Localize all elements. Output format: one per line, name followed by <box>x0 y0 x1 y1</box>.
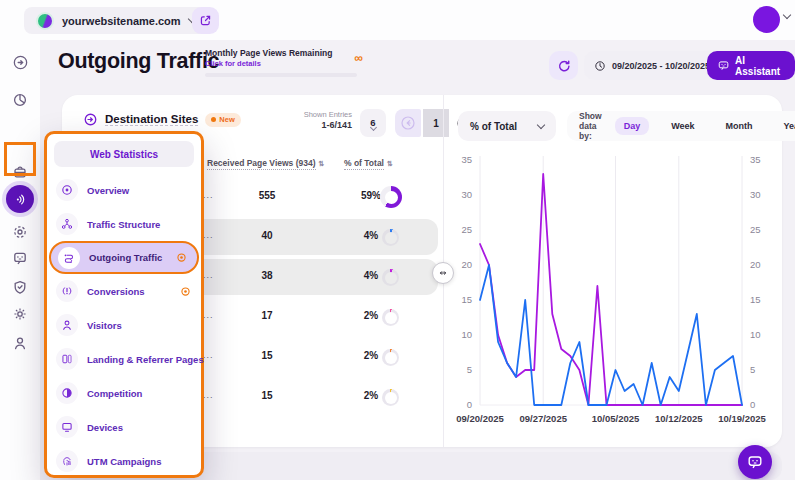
chat-icon <box>718 59 729 72</box>
account-icon[interactable] <box>7 330 33 356</box>
support-chat-button[interactable] <box>738 445 772 479</box>
svg-text:5: 5 <box>467 364 472 375</box>
security-icon[interactable] <box>7 274 33 300</box>
refresh-icon <box>557 59 571 73</box>
feedback-icon[interactable] <box>7 245 33 271</box>
period-day[interactable]: Day <box>615 117 650 135</box>
page-size-select[interactable]: 6 <box>360 109 386 137</box>
page-title: Outgoing Traffic <box>58 49 219 74</box>
landing-pages-icon <box>56 348 78 370</box>
web-statistics-flyout: Web Statistics Overview Traffic Structur… <box>44 131 204 478</box>
menu-item-traffic-structure[interactable]: Traffic Structure <box>47 207 201 241</box>
goals-icon[interactable] <box>7 219 33 245</box>
ai-assistant-button[interactable]: AI Assistant <box>707 51 795 80</box>
new-badge: New <box>205 113 240 127</box>
traffic-line-chart[interactable]: 09/20/202509/27/202510/05/202510/12/2025… <box>450 150 775 440</box>
views-value: 555 <box>227 190 307 201</box>
svg-text:0: 0 <box>750 399 755 410</box>
outgoing-traffic-icon <box>58 247 80 269</box>
svg-text:09/20/2025: 09/20/2025 <box>456 413 504 424</box>
settings-icon[interactable] <box>7 301 33 327</box>
column-header-views[interactable]: Received Page Views (934)⇅ <box>207 158 324 170</box>
current-page[interactable]: 1 <box>423 109 449 137</box>
metric-selector[interactable]: % of Total <box>458 111 556 141</box>
chat-icon <box>747 454 763 470</box>
conversions-icon <box>56 280 78 302</box>
utm-campaigns-icon <box>56 450 78 472</box>
avatar-chevron-icon[interactable] <box>783 11 791 19</box>
panel-resize-handle[interactable] <box>432 262 454 284</box>
svg-text:25: 25 <box>461 224 472 235</box>
svg-text:5: 5 <box>750 364 755 375</box>
website-logo-icon <box>36 12 54 30</box>
competition-icon <box>56 382 78 404</box>
expand-sidebar-button[interactable] <box>7 49 33 75</box>
column-header-pct[interactable]: % of Total⇅ <box>344 158 393 170</box>
svg-text:15: 15 <box>750 294 761 305</box>
website-name: yourwebsitename.com <box>62 15 181 27</box>
donut-ring <box>382 269 399 286</box>
svg-text:15: 15 <box>461 294 472 305</box>
svg-text:20: 20 <box>750 259 761 270</box>
quota-progress-bar <box>205 73 357 77</box>
menu-item-outgoing-traffic[interactable]: Outgoing Traffic <box>49 241 199 274</box>
quota-widget: Monthly Page Views Remaining Click for d… <box>205 48 363 77</box>
products-icon[interactable] <box>7 159 33 185</box>
devices-icon <box>56 416 78 438</box>
svg-text:35: 35 <box>461 154 472 165</box>
traffic-structure-icon <box>56 213 78 235</box>
sort-icon: ⇅ <box>319 160 325 168</box>
prev-page-button[interactable] <box>395 109 421 137</box>
user-avatar[interactable] <box>753 6 780 33</box>
resize-arrows-icon <box>437 267 449 279</box>
quota-details-link[interactable]: Click for details <box>205 59 363 68</box>
open-site-button[interactable] <box>192 7 219 34</box>
infinity-icon: ∞ <box>354 51 363 65</box>
views-value: 38 <box>227 270 307 281</box>
refresh-button[interactable] <box>549 51 578 80</box>
svg-text:10: 10 <box>461 329 472 340</box>
period-month[interactable]: Month <box>717 117 762 135</box>
quota-label: Monthly Page Views Remaining <box>205 48 363 58</box>
website-selector[interactable]: yourwebsitename.com <box>24 7 207 34</box>
period-year[interactable]: Year <box>775 117 795 135</box>
donut-ring <box>382 309 399 326</box>
menu-item-conversions[interactable]: Conversions <box>47 274 201 308</box>
svg-text:35: 35 <box>750 154 761 165</box>
overview-icon <box>56 179 78 201</box>
menu-item-competition[interactable]: Competition <box>47 376 201 410</box>
show-data-by: Show data by: Day Week Month Year <box>567 111 795 141</box>
clock-icon <box>594 60 606 72</box>
period-week[interactable]: Week <box>662 117 703 135</box>
icon-sidebar <box>0 40 40 480</box>
web-statistics-icon-active[interactable] <box>6 185 34 213</box>
donut-ring <box>382 389 399 406</box>
donut-ring <box>380 186 402 208</box>
external-link-icon <box>199 14 212 27</box>
chevron-down-icon <box>537 120 545 128</box>
table-title: Destination Sites <box>105 113 198 126</box>
menu-item-overview[interactable]: Overview <box>47 173 201 207</box>
target-badge-icon <box>180 286 191 297</box>
views-value: 15 <box>227 350 307 361</box>
flyout-header: Web Statistics <box>54 141 194 167</box>
svg-text:09/27/2025: 09/27/2025 <box>519 413 567 424</box>
menu-item-utm-campaigns[interactable]: UTM Campaigns <box>47 444 201 478</box>
top-bar: yourwebsitename.com <box>0 0 795 40</box>
svg-text:0: 0 <box>467 399 472 410</box>
menu-item-devices[interactable]: Devices <box>47 410 201 444</box>
views-value: 15 <box>227 390 307 401</box>
svg-text:10: 10 <box>750 329 761 340</box>
donut-ring <box>382 229 399 246</box>
analytics-icon[interactable] <box>7 87 33 113</box>
svg-text:10/12/2025: 10/12/2025 <box>655 413 703 424</box>
visitors-icon <box>56 314 78 336</box>
svg-text:10/05/2025: 10/05/2025 <box>592 413 640 424</box>
shown-entries: Shown Entries 1-6/141 <box>294 110 352 130</box>
destination-sites-icon <box>83 112 98 127</box>
svg-text:25: 25 <box>750 224 761 235</box>
svg-text:30: 30 <box>461 189 472 200</box>
menu-item-visitors[interactable]: Visitors <box>47 308 201 342</box>
svg-text:30: 30 <box>750 189 761 200</box>
menu-item-landing-referrer[interactable]: Landing & Referrer Pages <box>47 342 201 376</box>
